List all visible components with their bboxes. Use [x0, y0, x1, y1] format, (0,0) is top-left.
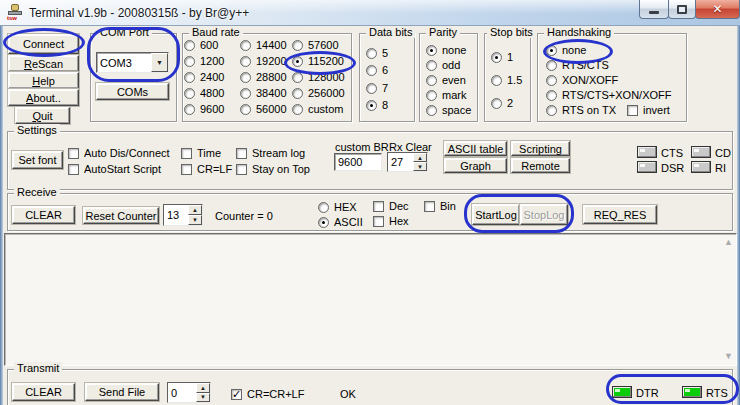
chevron-down-icon[interactable]: ▼	[151, 53, 168, 72]
databits-7-radio[interactable]: 7	[366, 81, 388, 95]
checkbox-label: CR=LF	[197, 163, 232, 175]
parity-even-radio[interactable]: even	[426, 73, 466, 87]
req-res-button[interactable]: REQ_RES	[583, 205, 657, 224]
baud-14400-radio[interactable]: 14400	[240, 38, 287, 52]
dec-checkbox[interactable]: Dec	[373, 199, 409, 213]
time-checkbox[interactable]: Time	[181, 146, 221, 160]
invert-checkbox[interactable]: invert	[627, 103, 670, 117]
send-file-button[interactable]: Send File	[85, 383, 159, 401]
parity-none-radio[interactable]: none	[426, 43, 466, 57]
stopbits-2-radio[interactable]: 2	[491, 96, 513, 110]
autostart-script-checkbox[interactable]: AutoStart Script	[68, 162, 161, 176]
checkbox-icon	[181, 148, 192, 159]
baud-28800-radio[interactable]: 28800	[240, 70, 287, 84]
connect-button[interactable]: Connect	[8, 34, 79, 54]
baud-600-radio[interactable]: 600	[184, 38, 218, 52]
stream-log-checkbox[interactable]: Stream log	[236, 146, 305, 160]
scroll-up-icon[interactable]: ▲	[724, 238, 733, 247]
ascii-table-button[interactable]: ASCII table	[444, 141, 507, 156]
stopbits-1-radio[interactable]: 1	[491, 50, 513, 64]
hex-checkbox[interactable]: Hex	[373, 214, 409, 228]
start-log-label: StartLog	[475, 209, 517, 221]
spin-down-icon[interactable]: ▼	[196, 393, 210, 403]
baud-9600-radio[interactable]: 9600	[184, 102, 224, 116]
checkbox-label: Hex	[389, 215, 409, 227]
stopbits-1-5-radio[interactable]: 1.5	[491, 73, 522, 87]
baud-4800-radio[interactable]: 4800	[184, 86, 224, 100]
baud-38400-radio[interactable]: 38400	[240, 86, 287, 100]
rx-clear-spinner[interactable]: 27 ▲▼	[387, 152, 428, 172]
databits-5-radio[interactable]: 5	[366, 46, 388, 60]
baud-115200-radio[interactable]: 115200	[292, 54, 344, 68]
rts-led[interactable]	[682, 386, 702, 398]
spin-up-icon[interactable]: ▲	[413, 153, 427, 162]
com-port-select[interactable]: COM3 ▼	[96, 52, 169, 73]
view-hex-radio[interactable]: HEX	[318, 200, 357, 214]
cr-crlf-checkbox[interactable]: CR=CR+LF	[231, 387, 304, 401]
rescan-button[interactable]: ReScan	[8, 55, 79, 72]
custom-br-input[interactable]: 9600	[334, 153, 382, 171]
baud-128000-radio[interactable]: 128000	[292, 70, 345, 84]
spin-down-icon[interactable]: ▼	[188, 215, 202, 225]
baud-19200-radio[interactable]: 19200	[240, 54, 287, 68]
start-log-button[interactable]: StartLog	[472, 204, 520, 225]
window-controls: ✕	[640, 0, 740, 19]
receive-terminal-output[interactable]	[4, 233, 737, 366]
checkbox-icon	[236, 164, 247, 175]
quit-button[interactable]: Quit	[15, 107, 70, 124]
help-button[interactable]: Help	[8, 72, 79, 89]
baud-256000-radio[interactable]: 256000	[292, 86, 345, 100]
parity-odd-radio[interactable]: odd	[426, 58, 460, 72]
spin-up-icon[interactable]: ▲	[196, 383, 210, 393]
parity-space-radio[interactable]: space	[426, 103, 471, 117]
auto-disconnect-checkbox[interactable]: Auto Dis/Connect	[68, 146, 170, 160]
baud-57600-radio[interactable]: 57600	[292, 38, 339, 52]
cr-lf-checkbox[interactable]: CR=LF	[181, 162, 232, 176]
baud-1200-radio[interactable]: 1200	[184, 54, 224, 68]
scripting-button[interactable]: Scripting	[511, 141, 570, 156]
handshake-both-radio[interactable]: RTS/CTS+XON/XOFF	[546, 88, 672, 102]
maximize-button[interactable]	[668, 0, 696, 19]
handshake-rtscts-radio[interactable]: RTS/CTS	[546, 58, 609, 72]
com-port-group: COM Port	[90, 33, 177, 122]
handshaking-group-label: Handshaking	[544, 26, 614, 38]
close-button[interactable]: ✕	[695, 0, 740, 19]
remote-button[interactable]: Remote	[511, 158, 570, 173]
handshake-none-radio[interactable]: none	[546, 43, 586, 57]
coms-button[interactable]: COMs	[96, 83, 169, 100]
parity-mark-radio[interactable]: mark	[426, 88, 466, 102]
checkbox-label: Stay on Top	[252, 163, 310, 175]
stop-log-button[interactable]: StopLog	[520, 204, 568, 225]
dtr-led[interactable]	[612, 386, 632, 398]
spin-down-icon[interactable]: ▼	[413, 162, 427, 171]
radio-icon	[292, 72, 303, 83]
baud-2400-radio[interactable]: 2400	[184, 70, 224, 84]
databits-6-radio[interactable]: 6	[366, 63, 388, 77]
spin-up-icon[interactable]: ▲	[188, 205, 202, 215]
receive-clear-button[interactable]: CLEAR	[12, 206, 75, 224]
stay-on-top-checkbox[interactable]: Stay on Top	[236, 162, 310, 176]
transmit-clear-button[interactable]: CLEAR	[12, 383, 75, 401]
counter-spinner[interactable]: 13 ▲▼	[163, 204, 203, 226]
spinner-arrows: ▲▼	[413, 153, 427, 171]
bin-checkbox[interactable]: Bin	[424, 199, 456, 213]
radio-label: RTS/CTS+XON/XOFF	[562, 89, 672, 101]
baud-custom-radio[interactable]: custom	[292, 102, 343, 116]
radio-label: 115200	[308, 55, 344, 67]
set-font-button[interactable]: Set font	[12, 151, 63, 169]
databits-8-radio[interactable]: 8	[366, 98, 388, 112]
baud-56000-radio[interactable]: 56000	[240, 102, 287, 116]
title-bar[interactable]: tsw Terminal v1.9b - 20080315ß - by Br@y…	[0, 0, 740, 26]
minimize-button[interactable]	[639, 0, 669, 19]
handshake-rtsontx-radio[interactable]: RTS on TX	[546, 103, 616, 117]
graph-button[interactable]: Graph	[444, 158, 507, 173]
stop-log-label: StopLog	[524, 209, 565, 221]
checkbox-label: Stream log	[252, 147, 305, 159]
scroll-down-icon[interactable]: ▼	[724, 352, 733, 361]
reset-counter-button[interactable]: Reset Counter	[83, 207, 159, 224]
about-button[interactable]: About..	[8, 89, 79, 106]
transmit-spinner[interactable]: 0 ▲▼	[167, 382, 211, 403]
handshake-xonxoff-radio[interactable]: XON/XOFF	[546, 73, 618, 87]
app-icon-part: tsw	[7, 15, 17, 21]
view-ascii-radio[interactable]: ASCII	[318, 215, 363, 229]
